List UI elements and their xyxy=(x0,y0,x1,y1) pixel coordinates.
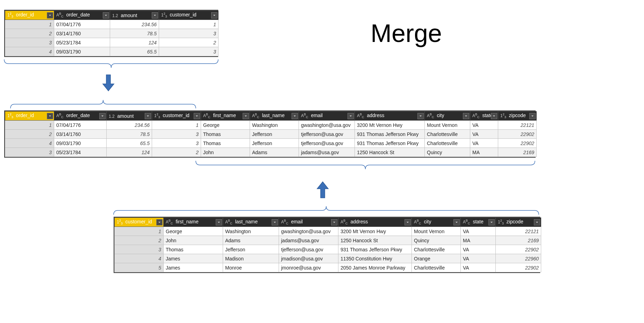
cell-customer_id: 1 xyxy=(152,121,201,130)
column-filter-dropdown[interactable] xyxy=(348,113,354,119)
column-header-first_name[interactable]: ABC first_name xyxy=(201,112,250,121)
bracket-merged-bottom xyxy=(196,161,535,171)
cell-order_date: 03/14/1760 xyxy=(54,130,107,139)
cell-customer_id: 2 xyxy=(159,38,219,47)
column-filter-dropdown[interactable] xyxy=(145,113,151,119)
cell-city: Quincy xyxy=(425,148,470,157)
column-header-amount[interactable]: 1.2 amount xyxy=(107,112,152,121)
arrow-down-icon xyxy=(102,74,115,92)
cell-address: 2050 James Monroe Parkway xyxy=(338,263,412,272)
cell-order_date: 09/03/1790 xyxy=(54,139,107,148)
column-header-zipcode[interactable]: 123 zipcode xyxy=(498,112,537,121)
cell-address: 931 Thomas Jefferson Pkwy xyxy=(338,245,412,254)
column-header-last_name[interactable]: ABC last_name xyxy=(223,218,279,227)
cell-state: MA xyxy=(470,148,498,157)
column-filter-dropdown[interactable] xyxy=(491,113,497,119)
cell-zipcode: 22121 xyxy=(496,227,541,236)
column-filter-dropdown[interactable] xyxy=(47,12,53,19)
diagram-title: Merge xyxy=(371,19,442,48)
column-header-customer_id[interactable]: 123 customer_id xyxy=(115,218,164,227)
cell-address: 931 Thomas Jefferson Pkwy xyxy=(355,130,425,139)
cell-amount: 124 xyxy=(107,148,152,157)
bracket-customers xyxy=(114,204,539,215)
column-filter-dropdown[interactable] xyxy=(405,219,411,225)
column-header-customer_id[interactable]: 123 customer_id xyxy=(152,112,201,121)
column-filter-dropdown[interactable] xyxy=(292,113,298,119)
column-filter-dropdown[interactable] xyxy=(156,219,163,225)
cell-first_name: John xyxy=(164,236,223,245)
column-header-order_date[interactable]: ABC order_date xyxy=(54,112,107,121)
cell-first_name: George xyxy=(164,227,223,236)
column-header-order_date[interactable]: ABC order_date xyxy=(54,11,110,20)
column-header-amount[interactable]: 1.2 amount xyxy=(110,11,159,20)
column-header-last_name[interactable]: ABC last_name xyxy=(250,112,299,121)
table-row: 107/04/1776234.561GeorgeWashingtongwashi… xyxy=(5,121,537,130)
cell-first_name: John xyxy=(201,148,250,157)
table-row: 5JamesMonroejmonroe@usa.gov2050 James Mo… xyxy=(115,263,541,272)
column-filter-dropdown[interactable] xyxy=(463,113,469,119)
column-filter-dropdown[interactable] xyxy=(488,219,495,225)
column-header-city[interactable]: ABC city xyxy=(412,218,461,227)
row-index-cell: 4 xyxy=(115,254,164,263)
cell-last_name: Adams xyxy=(250,148,299,157)
table-row: 2JohnAdamsjadams@usa.gov1250 Hancock StQ… xyxy=(115,236,541,245)
column-header-address[interactable]: ABC address xyxy=(355,112,425,121)
column-filter-dropdown[interactable] xyxy=(152,12,158,19)
column-header-email[interactable]: ABC email xyxy=(279,218,338,227)
cell-state: VA xyxy=(461,245,496,254)
cell-order_date: 05/23/1784 xyxy=(54,38,110,47)
cell-state: VA xyxy=(461,254,496,263)
arrow-up-icon xyxy=(316,181,329,199)
column-filter-dropdown[interactable] xyxy=(272,219,278,225)
cell-state: VA xyxy=(470,121,498,130)
cell-amount: 234.56 xyxy=(107,121,152,130)
column-filter-dropdown[interactable] xyxy=(529,113,536,119)
column-header-order_id[interactable]: 123 order_id xyxy=(5,11,54,20)
cell-zipcode: 22960 xyxy=(496,254,541,263)
cell-state: MA xyxy=(461,236,496,245)
cell-order_date: 03/14/1760 xyxy=(54,29,110,38)
column-filter-dropdown[interactable] xyxy=(417,113,424,119)
row-index-cell: 3 xyxy=(5,148,54,157)
column-filter-dropdown[interactable] xyxy=(453,219,460,225)
cell-address: 1250 Hancock St xyxy=(338,236,412,245)
column-header-city[interactable]: ABC city xyxy=(425,112,470,121)
table-row: 3ThomasJeffersontjefferson@usa.gov931 Th… xyxy=(115,245,541,254)
cell-zipcode: 22902 xyxy=(496,263,541,272)
column-header-first_name[interactable]: ABC first_name xyxy=(164,218,223,227)
cell-address: 3200 Mt Vernon Hwy xyxy=(338,227,412,236)
column-header-email[interactable]: ABC email xyxy=(299,112,355,121)
column-filter-dropdown[interactable] xyxy=(216,219,222,225)
cell-customer_id: 2 xyxy=(152,148,201,157)
column-filter-dropdown[interactable] xyxy=(534,219,540,225)
row-index-cell: 1 xyxy=(5,20,54,29)
column-header-customer_id[interactable]: 123 customer_id xyxy=(159,11,219,20)
cell-amount: 124 xyxy=(110,38,159,47)
cell-state: VA xyxy=(470,139,498,148)
column-filter-dropdown[interactable] xyxy=(47,113,53,119)
column-filter-dropdown[interactable] xyxy=(243,113,249,119)
column-header-state[interactable]: ABC state xyxy=(461,218,496,227)
column-filter-dropdown[interactable] xyxy=(211,12,217,19)
column-filter-dropdown[interactable] xyxy=(331,219,337,225)
column-filter-dropdown[interactable] xyxy=(103,12,109,19)
column-header-zipcode[interactable]: 123 zipcode xyxy=(496,218,541,227)
cell-city: Charlottesville xyxy=(412,263,461,272)
column-header-state[interactable]: ABC state xyxy=(470,112,498,121)
cell-amount: 78.5 xyxy=(110,29,159,38)
table-row: 4JamesMadisonjmadison@usa.gov11350 Const… xyxy=(115,254,541,263)
column-filter-dropdown[interactable] xyxy=(194,113,200,119)
table-row: 107/04/1776234.561 xyxy=(5,20,219,29)
row-index-cell: 2 xyxy=(5,130,54,139)
cell-email: tjefferson@usa.gov xyxy=(279,245,338,254)
orders-table: 123 order_idABC order_date1.2 amount123 … xyxy=(4,10,218,57)
cell-zipcode: 22902 xyxy=(498,139,537,148)
column-header-address[interactable]: ABC address xyxy=(338,218,412,227)
cell-last_name: Madison xyxy=(223,254,279,263)
row-index-cell: 3 xyxy=(5,38,54,47)
cell-customer_id: 3 xyxy=(152,139,201,148)
column-filter-dropdown[interactable] xyxy=(99,113,106,119)
column-header-order_id[interactable]: 123 order_id xyxy=(5,112,54,121)
cell-last_name: Jefferson xyxy=(250,130,299,139)
table-row: 203/14/176078.53ThomasJeffersontjefferso… xyxy=(5,130,537,139)
